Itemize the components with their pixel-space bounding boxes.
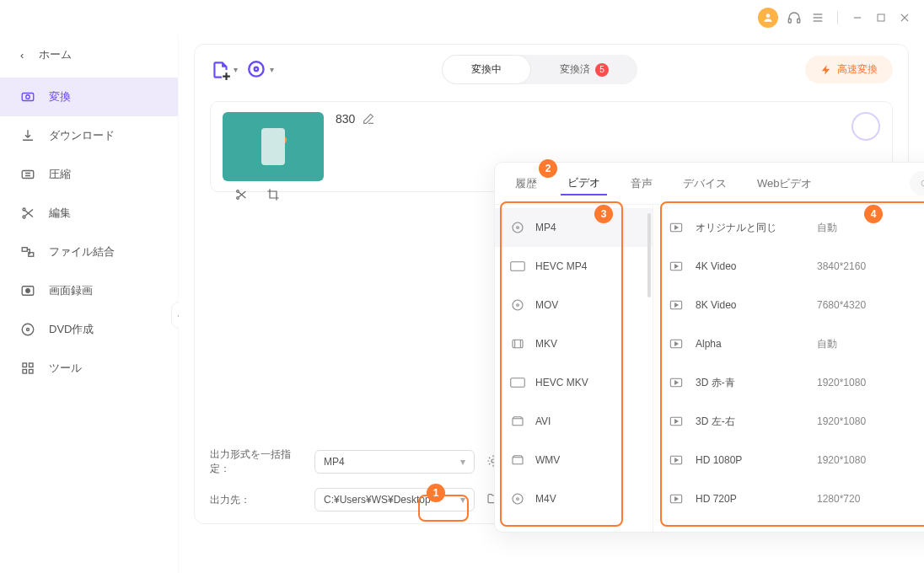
- tab-history[interactable]: 履歴: [508, 173, 544, 195]
- format-item-mov[interactable]: MOV: [495, 286, 653, 324]
- add-file-button[interactable]: ▾: [210, 59, 238, 81]
- tab-device[interactable]: デバイス: [676, 173, 733, 195]
- sidebar-item-download[interactable]: ダウンロード: [0, 116, 178, 155]
- sidebar-item-compress[interactable]: 圧縮: [0, 155, 178, 194]
- video-title: 830: [336, 112, 375, 126]
- sidebar-item-convert[interactable]: 変換: [0, 78, 178, 116]
- crop-icon[interactable]: [266, 188, 280, 205]
- rename-icon[interactable]: [362, 112, 375, 126]
- svg-rect-23: [23, 370, 27, 374]
- preset-item[interactable]: 8K Video7680*4320: [653, 286, 924, 324]
- sidebar-item-label: 編集: [49, 206, 71, 221]
- format-item-mkv[interactable]: MKV: [495, 324, 653, 363]
- svg-point-40: [513, 494, 523, 504]
- sidebar-item-tools[interactable]: ツール: [0, 349, 178, 388]
- scrollbar[interactable]: [647, 213, 651, 297]
- format-item-wmv[interactable]: WMV: [495, 441, 653, 479]
- svg-point-13: [23, 208, 25, 211]
- disc-icon: [510, 220, 525, 235]
- sidebar-item-label: ファイル結合: [49, 244, 115, 260]
- sidebar-item-label: 画面録画: [49, 283, 93, 298]
- svg-point-26: [255, 67, 258, 70]
- format-item-m4v[interactable]: M4V: [495, 479, 653, 518]
- format-popup: 履歴 ビデオ 音声 デバイス Webビデオ 検索 MP4 HEVC MP4 MO…: [494, 162, 924, 533]
- menu-icon[interactable]: [810, 10, 825, 25]
- format-item-hevc-mp4[interactable]: HEVC MP4: [495, 247, 653, 286]
- video-icon: [669, 414, 684, 429]
- preset-item[interactable]: 4K Video3840*2160: [653, 247, 924, 286]
- video-thumbnail[interactable]: [223, 112, 324, 181]
- svg-rect-7: [878, 14, 884, 21]
- svg-rect-24: [30, 370, 34, 374]
- home-back[interactable]: ‹ ホーム: [0, 40, 178, 69]
- format-item-avi[interactable]: AVI: [495, 402, 653, 441]
- video-icon: [669, 375, 684, 390]
- badge-1: 1: [427, 484, 445, 502]
- tab-converted[interactable]: 変換済5: [531, 55, 637, 84]
- sidebar-item-merge[interactable]: ファイル結合: [0, 233, 178, 271]
- tab-video[interactable]: ビデオ: [561, 172, 607, 195]
- format-item-hevc-mkv[interactable]: HEVC MKV: [495, 363, 653, 402]
- fast-convert-button[interactable]: 高速変換: [805, 56, 893, 83]
- compress-icon: [20, 167, 35, 182]
- dest-label: 出力先：: [210, 493, 303, 507]
- badge-4: 4: [864, 205, 883, 223]
- close-icon[interactable]: [897, 10, 912, 25]
- tab-converting[interactable]: 変換中: [442, 55, 531, 84]
- svg-rect-37: [511, 378, 525, 388]
- sidebar: ‹ ホーム 変換 ダウンロード 圧縮 編集 ファイル結合 画面録画 DVD作成 …: [0, 35, 179, 573]
- avatar-icon[interactable]: [758, 8, 778, 28]
- sidebar-item-dvd[interactable]: DVD作成: [0, 310, 178, 349]
- search-icon: [920, 179, 924, 189]
- svg-point-11: [26, 95, 30, 99]
- maximize-icon[interactable]: [873, 10, 889, 25]
- convert-icon: [20, 89, 35, 104]
- svg-point-0: [766, 13, 771, 18]
- svg-rect-15: [22, 248, 27, 252]
- hevc-icon: [510, 259, 525, 274]
- sidebar-item-edit[interactable]: 編集: [0, 194, 178, 233]
- film-icon: [510, 336, 525, 351]
- svg-rect-1: [788, 19, 791, 24]
- svg-rect-12: [22, 171, 34, 179]
- hevc-icon: [510, 375, 525, 390]
- minimize-icon[interactable]: [850, 10, 865, 25]
- film-icon: [510, 453, 525, 468]
- svg-point-31: [513, 222, 523, 233]
- preset-item[interactable]: HD 720P1280*720: [653, 479, 924, 518]
- add-dvd-button[interactable]: ▾: [246, 59, 274, 81]
- format-label: 出力形式を一括指定：: [210, 447, 303, 476]
- sidebar-item-record[interactable]: 画面録画: [0, 271, 178, 310]
- video-icon: [669, 297, 684, 313]
- preset-item[interactable]: Alpha自動: [653, 324, 924, 363]
- svg-rect-33: [511, 262, 525, 271]
- record-icon: [20, 283, 35, 298]
- merge-icon: [20, 244, 35, 260]
- preset-item[interactable]: 3D 左-右1920*1080: [653, 402, 924, 441]
- video-icon: [669, 259, 684, 274]
- svg-point-28: [237, 197, 239, 200]
- sidebar-item-label: ツール: [49, 361, 82, 376]
- preset-item[interactable]: HD 1080P1920*1080: [653, 441, 924, 479]
- format-target[interactable]: [851, 112, 880, 141]
- svg-point-32: [517, 227, 519, 229]
- search-input[interactable]: 検索: [910, 171, 924, 195]
- dest-select[interactable]: C:¥Users¥WS¥Desktop▾: [314, 488, 475, 511]
- sidebar-item-label: DVD作成: [49, 322, 94, 337]
- tab-audio[interactable]: 音声: [624, 173, 659, 195]
- format-select[interactable]: MP4▾: [314, 450, 475, 474]
- preset-item[interactable]: オリジナルと同じ自動: [653, 208, 924, 247]
- svg-rect-10: [22, 94, 34, 101]
- preset-item[interactable]: 3D 赤-青1920*1080: [653, 363, 924, 402]
- svg-rect-22: [30, 363, 34, 367]
- tab-webvideo[interactable]: Webビデオ: [750, 173, 819, 195]
- svg-point-34: [513, 300, 523, 310]
- video-icon: [669, 491, 684, 506]
- format-item-mp4[interactable]: MP4: [495, 208, 653, 247]
- trim-icon[interactable]: [234, 188, 248, 205]
- format-list: MP4 HEVC MP4 MOV MKV HEVC MKV AVI WMV M4…: [495, 205, 653, 532]
- home-label: ホーム: [39, 47, 72, 62]
- preset-list: オリジナルと同じ自動 4K Video3840*2160 8K Video768…: [653, 205, 924, 532]
- headset-icon[interactable]: [787, 10, 802, 25]
- titlebar: [0, 0, 924, 35]
